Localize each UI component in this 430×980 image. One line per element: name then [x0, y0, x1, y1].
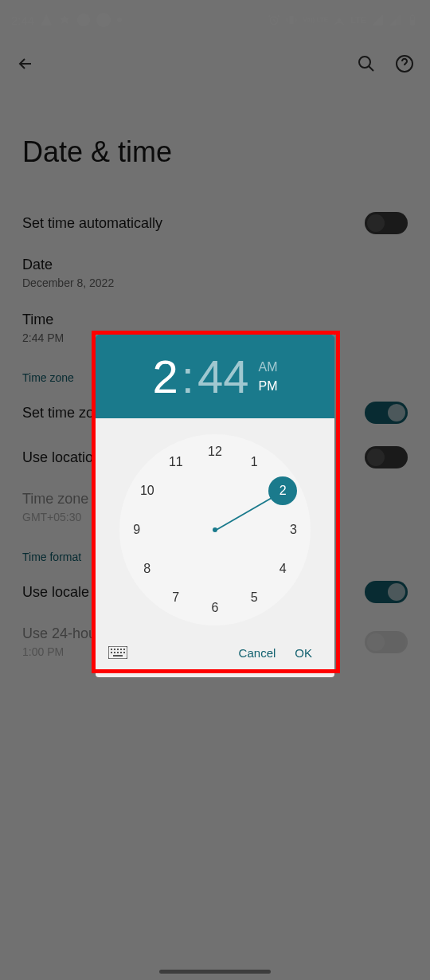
clock-center	[213, 527, 217, 532]
clock-num-7[interactable]: 7	[162, 583, 190, 612]
dialog-actions: Cancel OK	[96, 633, 334, 677]
dialog-header: 2 : 44 AM PM	[96, 335, 334, 418]
svg-rect-9	[111, 649, 112, 650]
svg-rect-11	[117, 649, 119, 650]
clock-num-11[interactable]: 11	[162, 448, 190, 476]
am-button[interactable]: AM	[258, 360, 277, 374]
clock-hand	[215, 494, 278, 531]
svg-rect-18	[123, 652, 125, 653]
cancel-button[interactable]: Cancel	[229, 640, 286, 666]
svg-rect-14	[111, 652, 112, 653]
clock-num-9[interactable]: 9	[123, 515, 151, 544]
clock-num-2[interactable]: 2	[268, 476, 297, 505]
clock-num-1[interactable]: 1	[240, 448, 268, 476]
svg-rect-13	[123, 649, 125, 650]
svg-rect-17	[120, 652, 122, 653]
svg-rect-12	[120, 649, 122, 650]
keyboard-icon[interactable]	[108, 646, 127, 661]
clock-num-12[interactable]: 12	[201, 437, 229, 466]
pm-button[interactable]: PM	[258, 379, 277, 394]
hour-display[interactable]: 2	[153, 350, 178, 403]
ok-button[interactable]: OK	[285, 640, 322, 666]
svg-rect-10	[114, 649, 115, 650]
svg-rect-15	[114, 652, 115, 653]
clock-num-3[interactable]: 3	[279, 515, 307, 544]
clock-num-4[interactable]: 4	[268, 555, 297, 583]
clock-num-6[interactable]: 6	[201, 594, 229, 622]
time-colon: :	[182, 350, 194, 403]
clock-num-10[interactable]: 10	[133, 476, 162, 505]
time-picker-dialog: 2 : 44 AM PM 12 1 2 3 4 5 6 7 8 9 10 11 …	[96, 335, 334, 677]
svg-rect-16	[117, 652, 119, 653]
minute-display[interactable]: 44	[197, 350, 249, 403]
clock-num-8[interactable]: 8	[133, 555, 162, 583]
svg-rect-19	[113, 655, 123, 657]
clock-face[interactable]: 12 1 2 3 4 5 6 7 8 9 10 11	[119, 434, 311, 625]
clock-num-5[interactable]: 5	[240, 583, 268, 612]
